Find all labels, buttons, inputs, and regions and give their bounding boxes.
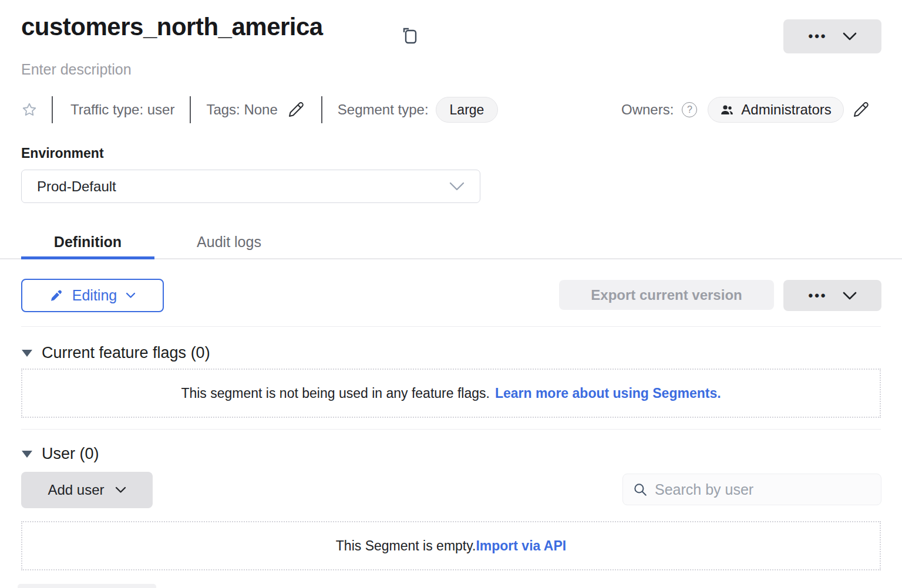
chevron-down-icon [843, 292, 857, 300]
segment-type-badge: Large [436, 97, 499, 123]
divider [52, 96, 53, 123]
chevron-down-icon [449, 182, 465, 191]
copy-icon [400, 26, 418, 46]
divider [190, 96, 191, 123]
people-icon [720, 103, 734, 117]
active-tab-underline [21, 256, 154, 259]
owners-row: Owners: ? Administrators [621, 96, 870, 124]
help-icon[interactable]: ? [682, 102, 697, 117]
segment-type-label: Segment type: [338, 102, 429, 118]
traffic-type-label: Traffic type: user [70, 102, 174, 118]
search-icon [632, 482, 648, 497]
export-current-version-button[interactable]: Export current version [559, 280, 774, 310]
editing-mode-button[interactable]: Editing [21, 279, 164, 312]
collapse-caret-icon[interactable] [21, 349, 33, 357]
toolbar-more-menu-button[interactable]: ••• [783, 280, 881, 311]
environment-selected-value: Prod-Default [37, 178, 116, 195]
pencil-icon [852, 101, 870, 119]
add-user-label: Add user [48, 482, 104, 498]
owners-chip[interactable]: Administrators [708, 97, 843, 123]
user-section-header: User (0) [21, 445, 99, 463]
description-field[interactable]: Enter description [21, 61, 132, 78]
header-more-menu-button[interactable]: ••• [783, 19, 881, 53]
tags-label: Tags: None [206, 102, 277, 118]
chevron-down-icon [843, 32, 857, 40]
pencil-icon [287, 101, 305, 119]
cutoff-button-edge [18, 584, 156, 588]
environment-label: Environment [21, 146, 104, 161]
chevron-down-icon [126, 292, 136, 299]
chevron-down-icon [115, 486, 126, 494]
more-dots-icon: ••• [808, 289, 827, 302]
owners-label: Owners: [621, 102, 674, 118]
flags-section-header: Current feature flags (0) [21, 344, 210, 362]
editing-label: Editing [72, 287, 117, 304]
flags-section-title: Current feature flags (0) [42, 344, 210, 362]
user-empty-text: This Segment is empty. [336, 538, 476, 554]
section-divider [21, 326, 881, 327]
page-title: customers_north_america [21, 13, 323, 41]
flags-empty-state: This segment is not being used in any fe… [21, 369, 881, 418]
user-empty-state: This Segment is empty. Import via API [21, 521, 881, 570]
tab-definition[interactable]: Definition [21, 226, 154, 258]
section-divider [21, 429, 881, 430]
pencil-filled-icon [49, 289, 63, 303]
tab-audit-logs[interactable]: Audit logs [188, 226, 270, 258]
search-by-user-input[interactable] [655, 481, 871, 498]
edit-owners-button[interactable] [852, 101, 870, 119]
favorite-star-icon[interactable] [21, 102, 38, 118]
copy-name-button[interactable] [400, 26, 418, 46]
divider [321, 96, 322, 123]
search-by-user-box [622, 474, 881, 505]
edit-tags-button[interactable] [287, 101, 305, 119]
collapse-caret-icon[interactable] [21, 450, 33, 458]
owners-value: Administrators [741, 102, 831, 118]
tabs-bar: Definition Audit logs [0, 226, 902, 259]
flags-empty-text: This segment is not being used in any fe… [181, 386, 489, 401]
learn-more-link[interactable]: Learn more about using Segments. [495, 386, 721, 401]
add-user-button[interactable]: Add user [21, 472, 153, 508]
meta-row: Traffic type: user Tags: None Segment ty… [21, 96, 498, 124]
user-section-title: User (0) [42, 445, 99, 463]
environment-select[interactable]: Prod-Default [21, 170, 480, 203]
import-via-api-link[interactable]: Import via API [476, 538, 566, 554]
more-dots-icon: ••• [808, 30, 827, 43]
